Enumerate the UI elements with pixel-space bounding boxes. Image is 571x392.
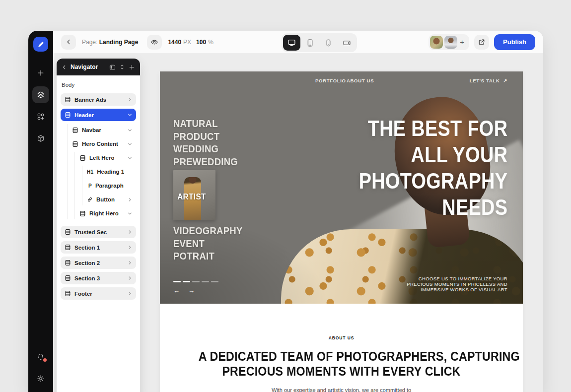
tree-item-footer[interactable]: Footer xyxy=(61,287,136,300)
device-phone[interactable] xyxy=(320,35,337,51)
nav-cta-lets-talk[interactable]: LET'S TALK ↗ xyxy=(470,78,507,83)
pagination-dash[interactable] xyxy=(183,281,190,282)
chevron-down-icon[interactable] xyxy=(128,142,132,146)
navigator-panel: Navigator Body Banner Ads xyxy=(57,59,140,392)
carousel-arrows: ← → xyxy=(173,287,195,294)
assets-button[interactable] xyxy=(32,130,49,147)
arrow-up-right-icon: ↗ xyxy=(503,78,507,83)
sort-collapse-button[interactable] xyxy=(119,64,125,70)
pagination-dash[interactable] xyxy=(173,281,181,282)
tree-item-right-hero[interactable]: Right Hero xyxy=(75,207,136,219)
components-button[interactable] xyxy=(32,108,49,125)
page-breadcrumb[interactable]: Page: Landing Page xyxy=(82,39,138,46)
canvas: PORTFOLIO ABOUT US LET'S TALK ↗ NATURAL … xyxy=(53,54,543,392)
artist-label: ARTIST xyxy=(177,192,206,201)
chevron-down-icon[interactable] xyxy=(128,211,132,216)
device-desktop[interactable] xyxy=(283,35,300,51)
preview-button[interactable] xyxy=(147,35,162,50)
landscape-frame-icon xyxy=(343,39,351,47)
tree-item-trusted-sec[interactable]: Trusted Sec xyxy=(61,226,136,238)
collapse-panel-button[interactable] xyxy=(62,65,67,70)
app-logo[interactable] xyxy=(33,37,48,52)
share-export-button[interactable] xyxy=(474,35,489,50)
tree-item-banner-ads[interactable]: Banner Ads xyxy=(61,93,136,106)
pen-tool-icon xyxy=(37,40,45,49)
section-icon xyxy=(65,260,71,266)
icon-rail xyxy=(28,31,53,392)
tree-item-section-3[interactable]: Section 3 xyxy=(61,272,136,284)
next-arrow[interactable]: → xyxy=(188,287,195,294)
device-landscape[interactable] xyxy=(338,35,356,51)
settings-button[interactable] xyxy=(32,370,49,387)
cube-icon xyxy=(37,134,45,142)
nav-link-portfolio[interactable]: PORTFOLIO xyxy=(315,78,346,83)
prev-arrow[interactable]: ← xyxy=(173,287,180,294)
chevron-left-icon xyxy=(65,38,72,46)
avatar[interactable] xyxy=(444,36,457,49)
page-name: Landing Page xyxy=(99,39,139,46)
chevron-right-icon[interactable] xyxy=(128,230,132,234)
chevron-down-icon[interactable] xyxy=(128,128,132,132)
panel-layout-button[interactable] xyxy=(109,64,116,70)
hero-category-list-bottom: VIDEOGRAPHY EVENT POTRAIT xyxy=(173,224,242,262)
section-icon xyxy=(65,244,71,251)
section-icon xyxy=(65,229,71,235)
back-button[interactable] xyxy=(61,35,76,50)
notifications-button[interactable] xyxy=(32,348,49,365)
tree-item-left-hero[interactable]: Left Hero xyxy=(75,152,136,164)
layer-tree: Body Banner Ads Header xyxy=(57,75,140,307)
hero-headline: THE BEST FOR ALL YOUR PHOTOGRAPHY NEEDS xyxy=(358,115,507,220)
tree-group-header-children: Navbar Hero Content xyxy=(67,124,136,219)
tree-item-section-1[interactable]: Section 1 xyxy=(61,241,136,254)
desktop-icon xyxy=(287,39,296,47)
tree-item-heading-1[interactable]: H1 Heading 1 xyxy=(83,166,136,178)
toolbar: Page: Landing Page 1440 PX 100 % xyxy=(53,31,543,54)
tree-root-body[interactable]: Body xyxy=(62,82,135,88)
avatar[interactable] xyxy=(430,36,443,49)
pagination-dash[interactable] xyxy=(192,281,200,282)
phone-icon xyxy=(324,39,333,47)
device-toggle-group xyxy=(282,33,357,52)
pagination-dash[interactable] xyxy=(211,281,218,282)
chevron-right-icon[interactable] xyxy=(128,291,132,296)
chevron-right-icon[interactable] xyxy=(128,261,132,265)
toolbar-right: + Publish xyxy=(428,34,535,50)
artboard-landing-page[interactable]: PORTFOLIO ABOUT US LET'S TALK ↗ NATURAL … xyxy=(160,71,523,392)
artist-card[interactable]: ARTIST xyxy=(173,170,215,220)
chevron-left-icon xyxy=(62,65,67,70)
add-collaborator-button[interactable]: + xyxy=(459,38,465,46)
publish-button[interactable]: Publish xyxy=(494,34,535,50)
device-tablet[interactable] xyxy=(301,35,319,51)
chevron-right-icon[interactable] xyxy=(128,97,132,102)
chevron-right-icon[interactable] xyxy=(128,276,132,280)
hero-category-list-top: NATURAL PRODUCT WEDDING PREWEDDING xyxy=(173,117,238,168)
tree-item-navbar[interactable]: Navbar xyxy=(68,124,136,136)
chevron-right-icon[interactable] xyxy=(128,197,132,202)
section-icon xyxy=(65,112,71,118)
section-icon xyxy=(65,96,71,103)
hero-navbar: PORTFOLIO ABOUT US LET'S TALK ↗ xyxy=(160,78,523,88)
tree-item-button[interactable]: Button xyxy=(83,194,136,205)
eye-icon xyxy=(150,38,158,46)
tree-item-hero-content[interactable]: Hero Content xyxy=(68,138,136,150)
add-button[interactable] xyxy=(32,65,49,81)
carousel-pagination xyxy=(173,281,218,282)
chevron-down-icon[interactable] xyxy=(128,113,132,117)
layers-button[interactable] xyxy=(32,86,49,103)
chevron-down-icon[interactable] xyxy=(128,156,132,160)
about-section: ABOUT US A DEDICATED TEAM OF PHOTOGRAPHE… xyxy=(160,304,523,392)
up-down-chevrons-icon xyxy=(119,64,125,70)
add-layer-button[interactable] xyxy=(129,64,135,70)
pagination-dash[interactable] xyxy=(202,281,209,282)
plus-icon xyxy=(129,64,135,70)
frame-width-unit: PX xyxy=(183,39,191,46)
nav-link-about-us[interactable]: ABOUT US xyxy=(347,78,374,83)
tree-item-header[interactable]: Header xyxy=(61,109,136,121)
sidebar-panel-icon xyxy=(109,64,116,70)
app-window: Page: Landing Page 1440 PX 100 % xyxy=(28,31,543,392)
section-icon xyxy=(79,210,86,217)
chevron-right-icon[interactable] xyxy=(128,245,132,250)
frame-dimensions[interactable]: 1440 PX 100 % xyxy=(168,39,213,46)
tree-item-section-2[interactable]: Section 2 xyxy=(61,257,136,269)
tree-item-paragraph[interactable]: P Paragraph xyxy=(83,180,136,192)
